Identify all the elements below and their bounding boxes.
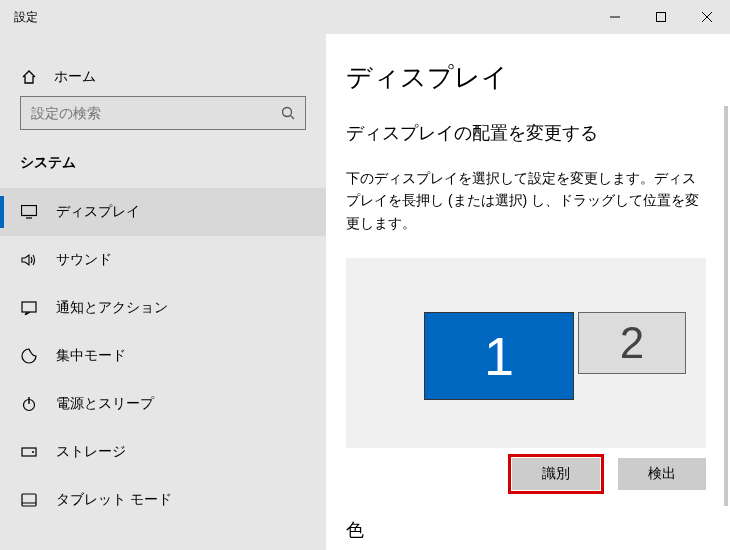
sidebar-item-label: 通知とアクション: [56, 299, 168, 317]
sidebar-item-label: 電源とスリープ: [56, 395, 154, 413]
window-title: 設定: [14, 9, 38, 26]
sidebar: ホーム システム ディスプレイ サウンド: [0, 34, 326, 550]
section-subtitle: ディスプレイの配置を変更する: [346, 121, 706, 145]
home-icon: [20, 69, 38, 85]
display-icon: [20, 205, 38, 219]
sidebar-item-label: サウンド: [56, 251, 112, 269]
sidebar-item-sound[interactable]: サウンド: [0, 236, 326, 284]
section-description: 下のディスプレイを選択して設定を変更します。ディスプレイを長押し (または選択)…: [346, 167, 706, 234]
title-bar: 設定: [0, 0, 730, 34]
sidebar-item-label: ストレージ: [56, 443, 126, 461]
svg-rect-8: [22, 302, 36, 312]
svg-point-4: [283, 108, 292, 117]
notification-icon: [20, 301, 38, 315]
search-icon: [281, 106, 295, 120]
button-row: 識別 検出: [346, 458, 706, 490]
search-input[interactable]: [31, 105, 281, 121]
maximize-button[interactable]: [638, 0, 684, 34]
svg-rect-13: [22, 494, 36, 506]
monitor-1-label: 1: [484, 325, 514, 387]
sidebar-item-focus[interactable]: 集中モード: [0, 332, 326, 380]
window-controls: [592, 0, 730, 34]
home-label: ホーム: [54, 68, 96, 86]
scrollbar[interactable]: [724, 106, 728, 506]
sidebar-item-power[interactable]: 電源とスリープ: [0, 380, 326, 428]
sound-icon: [20, 253, 38, 267]
close-button[interactable]: [684, 0, 730, 34]
search-wrap: [0, 96, 326, 150]
identify-button[interactable]: 識別: [512, 458, 600, 490]
sidebar-home[interactable]: ホーム: [0, 58, 326, 96]
svg-rect-1: [657, 13, 666, 22]
svg-line-5: [291, 116, 295, 120]
main-content: ディスプレイ ディスプレイの配置を変更する 下のディスプレイを選択して設定を変更…: [326, 34, 730, 550]
sidebar-item-tablet[interactable]: タブレット モード: [0, 476, 326, 524]
sidebar-item-display[interactable]: ディスプレイ: [0, 188, 326, 236]
identify-button-label: 識別: [542, 465, 570, 483]
tablet-icon: [20, 493, 38, 507]
page-title: ディスプレイ: [346, 60, 706, 95]
sidebar-item-notifications[interactable]: 通知とアクション: [0, 284, 326, 332]
detect-button-label: 検出: [648, 465, 676, 483]
sidebar-section-title: システム: [0, 150, 326, 188]
storage-icon: [20, 445, 38, 459]
monitor-2-label: 2: [620, 318, 644, 368]
sidebar-item-label: ディスプレイ: [56, 203, 140, 221]
search-box[interactable]: [20, 96, 306, 130]
sidebar-item-label: タブレット モード: [56, 491, 172, 509]
sidebar-item-storage[interactable]: ストレージ: [0, 428, 326, 476]
sidebar-item-label: 集中モード: [56, 347, 126, 365]
focus-icon: [20, 348, 38, 364]
monitor-1[interactable]: 1: [424, 312, 574, 400]
monitor-2[interactable]: 2: [578, 312, 686, 374]
color-heading: 色: [346, 518, 706, 542]
display-arrangement-area[interactable]: 1 2: [346, 258, 706, 448]
svg-point-12: [32, 451, 34, 453]
power-icon: [20, 396, 38, 412]
minimize-button[interactable]: [592, 0, 638, 34]
svg-rect-6: [22, 206, 37, 216]
detect-button[interactable]: 検出: [618, 458, 706, 490]
